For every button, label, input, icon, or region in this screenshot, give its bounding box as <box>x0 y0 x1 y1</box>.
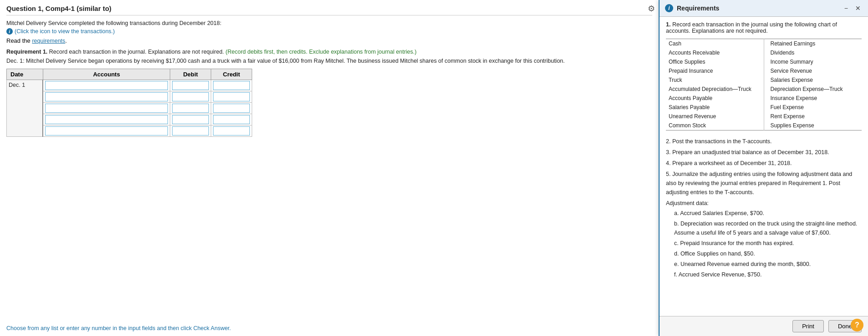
col-header-credit: Credit <box>211 69 252 80</box>
debit-input-4[interactable] <box>172 115 209 124</box>
account-right-cell: Rent Expense <box>764 112 862 121</box>
account-right-cell: Service Revenue <box>764 66 862 75</box>
account-row: Salaries PayableFuel Expense <box>666 103 862 112</box>
adj-label-text: Adjustment data: <box>666 200 709 206</box>
account-cell-2[interactable] <box>43 91 170 103</box>
requirements-link[interactable]: requirements <box>32 38 65 44</box>
debit-input-1[interactable] <box>172 81 209 90</box>
req1-header: 1. Record each transaction in the journa… <box>666 21 862 34</box>
journal-table: Date Accounts Debit Credit Dec. 1 <box>6 69 252 137</box>
panel-info-icon: i <box>665 4 673 12</box>
credit-input-2[interactable] <box>213 92 250 101</box>
gear-icon[interactable]: ⚙ <box>648 4 655 14</box>
read-req-text: Read the <box>6 37 30 44</box>
account-left-cell: Prepaid Insurance <box>666 66 764 75</box>
click-info-row: i (Click the icon to view the transactio… <box>6 28 652 35</box>
account-right-cell: Dividends <box>764 48 862 57</box>
account-row: Accounts ReceivableDividends <box>666 48 862 57</box>
account-left-cell: Accounts Receivable <box>666 48 764 57</box>
account-right-cell: Supplies Expense <box>764 121 862 130</box>
adj-items-list: a. Accrued Salaries Expense, $700.b. Dep… <box>674 209 862 279</box>
credit-cell-3[interactable] <box>211 103 252 114</box>
requirements-panel: i Requirements − ✕ 1. Record each transa… <box>659 0 868 336</box>
account-row: TruckSalaries Expense <box>666 75 862 85</box>
debit-input-3[interactable] <box>172 104 209 113</box>
account-left-cell: Unearned Revenue <box>666 112 764 121</box>
date-cell: Dec. 1 <box>7 80 43 137</box>
account-row: Common StockSupplies Expense <box>666 121 862 130</box>
col-header-debit: Debit <box>170 69 211 80</box>
req2-item: 2. Post the transactions in the T-accoun… <box>666 137 862 146</box>
account-left-cell: Common Stock <box>666 121 764 130</box>
account-left-cell: Accumulated Depreciation—Truck <box>666 85 764 94</box>
req5-intro: 5. Journalize the adjusting entries usin… <box>666 171 852 196</box>
read-req-line: Read the requirements. <box>6 37 652 44</box>
account-right-cell: Insurance Expense <box>764 94 862 103</box>
col-header-date: Date <box>7 69 43 80</box>
credit-input-3[interactable] <box>213 104 250 113</box>
panel-controls: − ✕ <box>843 4 863 13</box>
intro-text: Mitchel Delivery Service completed the f… <box>6 20 652 26</box>
debit-input-2[interactable] <box>172 92 209 101</box>
requirements-list: 2. Post the transactions in the T-accoun… <box>666 137 862 279</box>
req1-number: 1. <box>666 21 670 28</box>
info-icon[interactable]: i <box>6 28 13 35</box>
account-left-cell: Salaries Payable <box>666 103 764 112</box>
table-row <box>7 125 252 137</box>
debit-cell-3[interactable] <box>170 103 211 114</box>
req3-text: 3. Prepare an unadjusted trial balance a… <box>666 149 829 155</box>
print-button[interactable]: Print <box>792 320 824 332</box>
panel-body: 1. Record each transaction in the journa… <box>660 17 868 316</box>
credit-input-1[interactable] <box>213 81 250 90</box>
account-cell-1[interactable] <box>43 80 170 91</box>
account-left-cell: Cash <box>666 39 764 49</box>
account-right-cell: Retained Earnings <box>764 39 862 49</box>
credit-cell-2[interactable] <box>211 91 252 103</box>
account-cell-5[interactable] <box>43 125 170 137</box>
req3-item: 3. Prepare an unadjusted trial balance a… <box>666 148 862 157</box>
requirement1-note: (Record debits first, then credits. Excl… <box>226 49 417 55</box>
requirement1-text: Requirement 1. Record each transaction i… <box>6 49 652 55</box>
debit-cell-4[interactable] <box>170 114 211 125</box>
adj-item-3: d. Office Supplies on hand, $50. <box>674 249 862 258</box>
help-icon[interactable]: ? <box>851 319 863 331</box>
table-row <box>7 103 252 114</box>
dec1-description: Dec. 1: Mitchel Delivery Service began o… <box>6 58 652 64</box>
close-button[interactable]: ✕ <box>853 4 863 13</box>
panel-title: Requirements <box>677 5 839 12</box>
requirement1-body: Record each transaction in the journal. … <box>49 49 224 55</box>
account-cell-4[interactable] <box>43 114 170 125</box>
credit-input-4[interactable] <box>213 115 250 124</box>
main-content: Question 1, Comp4-1 (similar to) Mitchel… <box>0 0 659 336</box>
account-left-cell: Truck <box>666 75 764 85</box>
account-input-3[interactable] <box>45 104 168 113</box>
account-right-cell: Fuel Expense <box>764 103 862 112</box>
debit-cell-1[interactable] <box>170 80 211 91</box>
minimize-button[interactable]: − <box>843 4 850 13</box>
account-input-2[interactable] <box>45 92 168 101</box>
account-input-4[interactable] <box>45 115 168 124</box>
account-input-1[interactable] <box>45 81 168 90</box>
account-right-cell: Salaries Expense <box>764 75 862 85</box>
account-row: Accumulated Depreciation—TruckDepreciati… <box>666 85 862 94</box>
account-cell-3[interactable] <box>43 103 170 114</box>
account-left-cell: Accounts Payable <box>666 94 764 103</box>
req1-text: Record each transaction in the journal u… <box>666 21 837 34</box>
debit-input-5[interactable] <box>172 126 209 135</box>
credit-cell-5[interactable] <box>211 125 252 137</box>
debit-cell-2[interactable] <box>170 91 211 103</box>
click-info-text: (Click the icon to view the transactions… <box>15 28 115 35</box>
adj-item-4: e. Unearned Revenue earned during the mo… <box>674 260 862 269</box>
credit-cell-4[interactable] <box>211 114 252 125</box>
account-row: Prepaid InsuranceService Revenue <box>666 66 862 75</box>
req4-item: 4. Prepare a worksheet as of December 31… <box>666 159 862 168</box>
panel-header: i Requirements − ✕ <box>660 0 868 17</box>
adj-item-0: a. Accrued Salaries Expense, $700. <box>674 209 862 218</box>
account-input-5[interactable] <box>45 126 168 135</box>
table-row: Dec. 1 <box>7 80 252 91</box>
credit-cell-1[interactable] <box>211 80 252 91</box>
credit-input-5[interactable] <box>213 126 250 135</box>
debit-cell-5[interactable] <box>170 125 211 137</box>
footer-instruction: Choose from any list or enter any number… <box>6 325 231 331</box>
adj-item-1: b. Depreciation was recorded on the truc… <box>674 219 862 237</box>
